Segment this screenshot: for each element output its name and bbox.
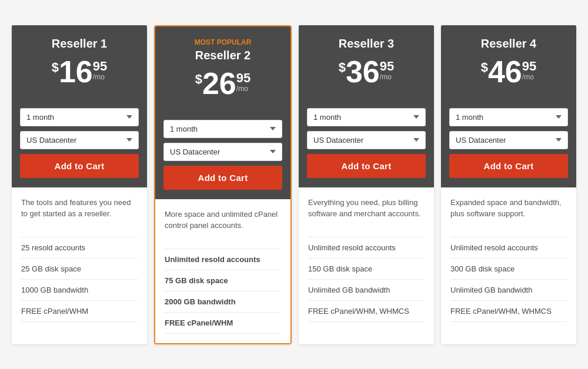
datacenter-select[interactable]: US DatacenterEU Datacenter (20, 131, 139, 149)
plan-description: The tools and features you need to get s… (21, 197, 138, 229)
price-mo: /mo (93, 73, 105, 81)
price-mo: /mo (522, 73, 534, 81)
plan-card-reseller-2: Most Popular Reseller 2 $ 26 95 /mo 1 mo… (154, 25, 292, 344)
feature-item: Unlimited GB bandwidth (308, 280, 425, 301)
feature-item: Unlimited resold accounts (165, 249, 281, 270)
feature-item: 25 resold accounts (21, 237, 138, 259)
feature-item: FREE cPanel/WHM (21, 301, 138, 322)
price-dollar: $ (481, 60, 488, 75)
price-amount: 26 (202, 68, 236, 99)
feature-item: 300 GB disk space (450, 259, 567, 280)
price-cents-mo: 95 /mo (380, 60, 394, 81)
feature-item: 150 GB disk space (308, 259, 425, 280)
plan-body-reseller-1: The tools and features you need to get s… (12, 187, 147, 331)
add-to-cart-button[interactable]: Add to Cart (307, 154, 426, 178)
price-cents: 95 (522, 60, 536, 73)
plan-price: $ 46 95 /mo (450, 56, 567, 87)
add-to-cart-button[interactable]: Add to Cart (449, 154, 568, 178)
price-amount: 46 (488, 56, 522, 87)
plan-card-reseller-4: Reseller 4 $ 46 95 /mo 1 month3 months6 … (441, 25, 576, 344)
plan-features: Unlimited resold accounts300 GB disk spa… (450, 237, 567, 322)
plan-card-reseller-3: Reseller 3 $ 36 95 /mo 1 month3 months6 … (299, 25, 434, 344)
price-cents-mo: 95 /mo (236, 72, 250, 93)
month-select[interactable]: 1 month3 months6 months12 months (163, 120, 282, 138)
price-cents: 95 (380, 60, 394, 73)
plan-header-reseller-3: Reseller 3 $ 36 95 /mo (299, 25, 434, 100)
plan-controls-reseller-4: 1 month3 months6 months12 months US Data… (441, 100, 576, 187)
datacenter-select[interactable]: US DatacenterEU Datacenter (307, 131, 426, 149)
plan-controls-reseller-1: 1 month3 months6 months12 months US Data… (12, 100, 147, 187)
plan-features: 25 resold accounts25 GB disk space1000 G… (21, 237, 138, 322)
month-select[interactable]: 1 month3 months6 months12 months (449, 108, 568, 126)
plan-name: Reseller 1 (21, 37, 138, 51)
price-dollar: $ (195, 72, 202, 87)
plan-name: Reseller 3 (308, 37, 425, 51)
feature-item: 75 GB disk space (165, 270, 281, 291)
feature-item: 1000 GB bandwidth (21, 280, 138, 301)
plan-features: Unlimited resold accounts150 GB disk spa… (308, 237, 425, 322)
price-amount: 16 (59, 56, 93, 87)
feature-item: FREE cPanel/WHM, WHMCS (450, 301, 567, 322)
plan-header-reseller-1: Reseller 1 $ 16 95 /mo (12, 25, 147, 100)
plan-description: More space and unlimited cPanel control … (165, 209, 281, 240)
price-cents: 95 (93, 60, 107, 73)
plan-name: Reseller 4 (450, 37, 567, 51)
price-dollar: $ (339, 60, 346, 75)
plan-card-reseller-1: Reseller 1 $ 16 95 /mo 1 month3 months6 … (12, 25, 147, 344)
price-amount: 36 (346, 56, 380, 87)
plan-features: Unlimited resold accounts75 GB disk spac… (165, 249, 281, 334)
plan-price: $ 26 95 /mo (165, 68, 281, 99)
add-to-cart-button[interactable]: Add to Cart (20, 154, 139, 178)
add-to-cart-button[interactable]: Add to Cart (163, 166, 282, 190)
price-cents: 95 (236, 72, 250, 85)
feature-item: 25 GB disk space (21, 259, 138, 280)
month-select[interactable]: 1 month3 months6 months12 months (307, 108, 426, 126)
plan-name: Reseller 2 (165, 49, 281, 62)
plan-body-reseller-4: Expanded space and bandwidth, plus softw… (441, 187, 576, 331)
price-dollar: $ (52, 60, 59, 75)
pricing-container: Reseller 1 $ 16 95 /mo 1 month3 months6 … (12, 25, 576, 344)
most-popular-label: Most Popular (165, 38, 281, 46)
plan-header-reseller-4: Reseller 4 $ 46 95 /mo (441, 25, 576, 100)
feature-item: Unlimited resold accounts (308, 237, 425, 259)
price-cents-mo: 95 /mo (522, 60, 536, 81)
plan-header-reseller-2: Most Popular Reseller 2 $ 26 95 /mo (155, 26, 290, 112)
feature-item: Unlimited GB bandwidth (450, 280, 567, 301)
price-mo: /mo (380, 73, 392, 81)
month-select[interactable]: 1 month3 months6 months12 months (20, 108, 139, 126)
price-mo: /mo (236, 85, 248, 93)
plan-body-reseller-2: More space and unlimited cPanel control … (155, 199, 290, 343)
feature-item: Unlimited resold accounts (450, 237, 567, 259)
datacenter-select[interactable]: US DatacenterEU Datacenter (163, 143, 282, 161)
feature-item: FREE cPanel/WHM (165, 313, 281, 334)
plan-description: Expanded space and bandwidth, plus softw… (450, 197, 567, 229)
feature-item: 2000 GB bandwidth (165, 291, 281, 313)
plan-body-reseller-3: Everything you need, plus billing softwa… (299, 187, 434, 331)
plan-description: Everything you need, plus billing softwa… (308, 197, 425, 229)
price-cents-mo: 95 /mo (93, 60, 107, 81)
plan-price: $ 16 95 /mo (21, 56, 138, 87)
plan-price: $ 36 95 /mo (308, 56, 425, 87)
feature-item: FREE cPanel/WHM, WHMCS (308, 301, 425, 322)
plan-controls-reseller-3: 1 month3 months6 months12 months US Data… (299, 100, 434, 187)
datacenter-select[interactable]: US DatacenterEU Datacenter (449, 131, 568, 149)
plan-controls-reseller-2: 1 month3 months6 months12 months US Data… (155, 112, 290, 199)
